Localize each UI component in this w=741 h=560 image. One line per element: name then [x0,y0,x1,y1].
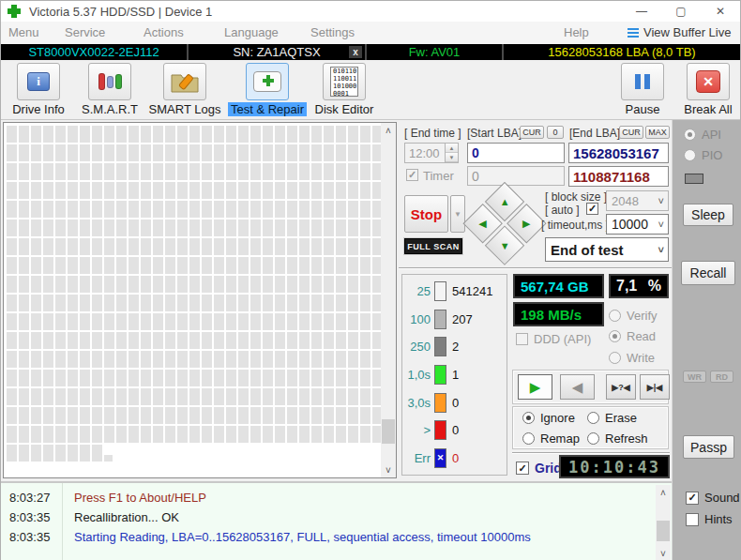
start-lba-cur-button[interactable]: CUR [520,126,544,139]
stop-button[interactable]: Stop [404,195,448,233]
scan-block [55,445,66,462]
block-size-combo[interactable]: 2048 ˅ [606,190,669,211]
menu-item-service[interactable]: Service [65,25,105,39]
end-action-combo[interactable]: End of test ˅ [545,237,669,262]
scan-block [141,219,151,236]
spin-up-icon[interactable]: ▲ [446,144,458,153]
start-scan-button[interactable]: ▶ [518,374,552,400]
scan-block [153,238,163,255]
smart-button[interactable]: S.M.A.R.T [74,63,145,116]
menu-item-help[interactable]: Help [564,25,589,39]
ddd-api-checkbox[interactable]: DDD (API) [516,332,591,346]
scan-block [275,276,285,293]
scan-block [311,238,322,255]
full-scan-button[interactable]: FULL SCAN [404,238,462,254]
end-lba-secondary-input[interactable]: 1108871168 [568,166,669,187]
disk-editor-button[interactable]: 010110 110011 101000 0001 Disk Editor [310,63,378,116]
scan-block [311,182,322,199]
spin-down-icon[interactable]: ▼ [446,153,458,162]
break-all-button[interactable]: ✕ Break All [678,63,738,116]
checkbox-icon [686,513,699,526]
pause-label: Pause [623,102,663,116]
start-lba-zero-button[interactable]: 0 [547,126,564,139]
menu-item-view-buffer-live[interactable]: View Buffer Live [643,25,731,39]
end-lba-cur-button[interactable]: CUR [619,126,643,139]
scan-block [299,332,310,349]
scan-block [311,219,322,236]
checkbox-icon [516,333,528,345]
auto-checkbox[interactable]: ✓ [586,203,598,215]
smart-logs-button[interactable]: SMART Logs [146,63,223,116]
refresh-radio[interactable]: Refresh [587,431,648,446]
rd-button[interactable]: RD [710,371,733,383]
end-lba-input[interactable]: 15628053167 [568,143,669,163]
scan-block [202,426,212,443]
log-scrollbar[interactable]: ˄ ˅ [656,485,671,560]
end-lba-max-button[interactable]: MAX [645,126,670,139]
stop-dropdown-button[interactable]: ▼ [450,195,465,233]
grid-scrollbar[interactable]: ˄ ˅ [381,123,396,477]
scan-block [238,407,249,424]
scan-block [324,388,334,405]
remap-radio[interactable]: Remap [522,431,580,446]
test-repair-button[interactable]: Test & Repair [224,63,310,116]
grid-scroll-down-icon[interactable]: ˅ [381,462,396,477]
scan-block [287,388,297,405]
scan-block [275,295,285,311]
menu-item-language[interactable]: Language [224,25,279,39]
maximize-button[interactable]: ▢ [661,1,701,22]
sleep-button[interactable]: Sleep [683,204,733,226]
scan-block [165,276,175,293]
timer-checkbox[interactable]: ✓ [406,169,418,181]
grid-checkbox[interactable]: ✓ Grid [516,461,562,476]
ignore-radio[interactable]: Ignore [522,411,575,425]
scan-block [287,332,297,349]
hints-checkbox[interactable]: Hints [686,512,733,526]
scan-block [250,182,261,199]
verify-radio[interactable]: Verify [609,309,658,323]
scan-block [165,144,175,161]
end-time-input[interactable]: 12:00 ▲ ▼ [404,143,459,163]
pio-radio[interactable]: PIO [684,148,722,162]
menu-item-menu[interactable]: Menu [8,25,39,39]
drive-info-button[interactable]: i Drive Info [3,63,74,116]
log-scroll-thumb[interactable] [657,521,670,541]
serial-close-button[interactable]: x [349,46,362,58]
log-scroll-down-icon[interactable]: ˅ [656,546,671,560]
erase-radio[interactable]: Erase [587,411,637,425]
menu-item-actions[interactable]: Actions [144,25,184,39]
scan-block [141,163,151,180]
start-lba-input[interactable]: 0 [467,143,565,163]
pause-button[interactable]: Pause [612,63,673,116]
grid-scroll-thumb[interactable] [382,419,395,444]
timeout-combo[interactable]: 10000 ˅ [606,214,669,235]
close-button[interactable]: ✕ [701,1,740,22]
sound-checkbox[interactable]: ✓ Sound [686,491,740,505]
grid-scroll-up-icon[interactable]: ˄ [381,123,396,138]
scan-block [92,445,102,462]
skip-button[interactable]: ▶|◀ [640,374,670,400]
menu-item-settings[interactable]: Settings [310,25,355,39]
recall-button[interactable]: Recall [681,261,735,285]
scan-block [7,276,17,293]
reverse-scan-button[interactable]: ◀ [560,374,595,400]
start-lba-secondary-input[interactable]: 0 [467,166,565,186]
scan-block [263,313,273,330]
api-radio[interactable]: API [684,128,721,142]
log-row: 8:03:35 Recallibration... OK [1,507,648,527]
scan-block [287,144,297,161]
passp-button[interactable]: Passp [683,435,734,459]
scan-block [311,332,322,349]
log-scroll-up-icon[interactable]: ˄ [656,485,671,500]
read-radio[interactable]: Read [609,329,656,343]
scan-block [165,257,175,274]
stat-row-250: 250 2 [402,335,507,359]
scan-block [287,295,297,311]
minimize-button[interactable]: — [622,1,661,22]
wr-button[interactable]: WR [683,371,706,383]
end-time-spinner[interactable]: ▲ ▼ [445,144,458,162]
write-radio[interactable]: Write [609,351,655,365]
next-error-button[interactable]: ▶?◀ [606,374,636,400]
scan-block [360,126,370,143]
scan-block [226,126,236,143]
